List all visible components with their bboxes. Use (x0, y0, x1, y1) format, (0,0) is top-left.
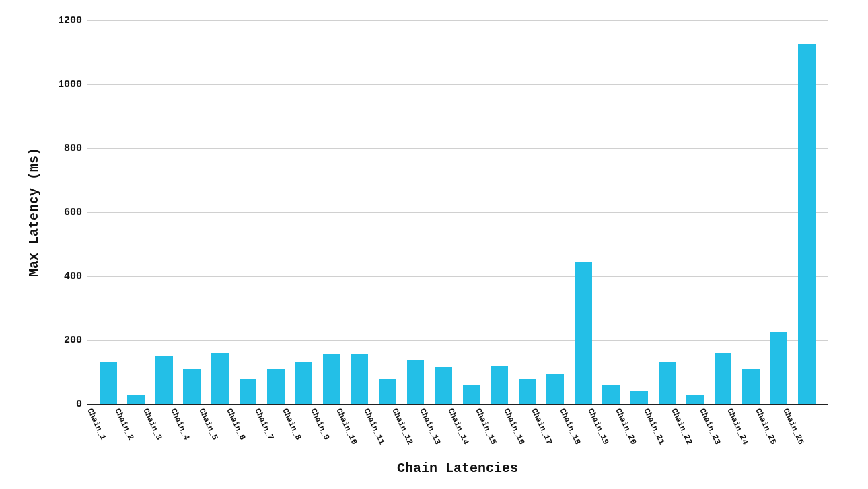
bar-slot (429, 20, 458, 404)
plot-area (87, 20, 828, 404)
bar-slot (373, 20, 402, 404)
bar (715, 353, 732, 404)
bar-slot (290, 20, 318, 404)
bar-slot (458, 20, 486, 404)
bar-slot (318, 20, 346, 404)
bar-slot (542, 20, 570, 404)
bar-slot (262, 20, 290, 404)
bar-slot (598, 20, 626, 404)
bar (240, 379, 257, 404)
y-axis-tick-labels: 020040060080010001200 (0, 20, 82, 404)
x-axis-title: Chain Latencies (397, 461, 518, 476)
x-axis-baseline (87, 404, 828, 405)
y-tick-label: 200 (64, 335, 82, 346)
bar (351, 354, 369, 404)
bar (323, 354, 340, 404)
bar (100, 362, 117, 404)
y-tick-label: 1000 (58, 79, 82, 90)
bar-slot (513, 20, 542, 404)
bar (127, 395, 145, 404)
bar (630, 391, 648, 404)
bar (211, 353, 229, 404)
bar-slot (402, 20, 430, 404)
bar-slot (122, 20, 151, 404)
bar (435, 367, 452, 404)
x-tick-label: Chain_1 (85, 407, 108, 442)
y-tick-label: 400 (64, 271, 82, 282)
bar (379, 379, 396, 404)
bar-slot (709, 20, 737, 404)
bar-slot (625, 20, 653, 404)
bar-slot (681, 20, 709, 404)
bar-slot (569, 20, 598, 404)
bar (742, 369, 760, 404)
y-tick-label: 800 (64, 143, 82, 154)
y-tick-label: 1200 (58, 15, 82, 26)
bar (463, 385, 480, 405)
bar (267, 369, 285, 404)
x-axis-tick-labels: Chain_1Chain_2Chain_3Chain_4Chain_5Chain… (87, 407, 828, 467)
bar (295, 362, 313, 404)
bar-slot (793, 20, 821, 404)
bar (546, 374, 564, 404)
bar-slot (653, 20, 682, 404)
bar-slot (234, 20, 262, 404)
bar-slot (178, 20, 207, 404)
bars-group (87, 20, 828, 404)
bar-slot (346, 20, 374, 404)
bar (575, 262, 592, 404)
bar (407, 360, 425, 405)
bar (659, 362, 676, 404)
bar-slot (765, 20, 793, 404)
bar (798, 44, 816, 404)
chart-container: Max Latency (ms) 020040060080010001200 C… (0, 0, 868, 489)
bar-slot (737, 20, 765, 404)
bar-slot (150, 20, 178, 404)
bar (686, 395, 704, 404)
bar-slot (485, 20, 513, 404)
bar (155, 356, 173, 404)
y-tick-label: 600 (64, 207, 82, 218)
bar-slot (94, 20, 122, 404)
bar (183, 369, 201, 404)
bar-slot (206, 20, 234, 404)
bar (770, 332, 788, 404)
bar (519, 379, 536, 404)
x-label-slot: Chain_26 (793, 407, 821, 467)
bar (491, 366, 508, 404)
y-tick-label: 0 (76, 399, 82, 410)
bar (602, 385, 620, 405)
